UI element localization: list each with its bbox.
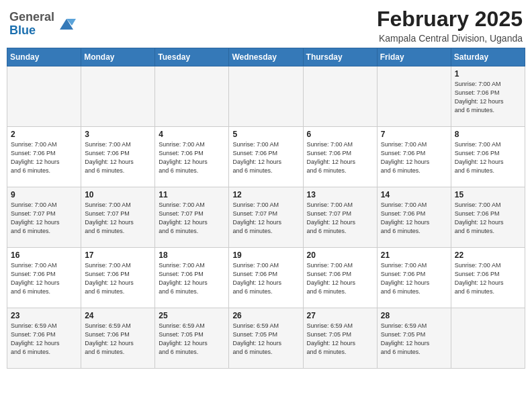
day-number: 7 [381,130,447,139]
logo-icon [57,13,76,32]
calendar-day-cell: 23Sunrise: 6:59 AM Sunset: 7:06 PM Dayli… [7,308,81,369]
calendar-day-cell: 16Sunrise: 7:00 AM Sunset: 7:06 PM Dayli… [7,248,81,308]
calendar-week-4: 16Sunrise: 7:00 AM Sunset: 7:06 PM Dayli… [7,248,525,308]
weekday-header-tuesday: Tuesday [155,48,229,66]
day-number: 17 [85,250,151,260]
calendar-day-cell: 28Sunrise: 6:59 AM Sunset: 7:05 PM Dayli… [377,308,451,369]
day-info: Sunrise: 7:00 AM Sunset: 7:06 PM Dayligh… [159,261,225,296]
calendar-day-cell: 24Sunrise: 6:59 AM Sunset: 7:06 PM Dayli… [81,308,155,369]
day-info: Sunrise: 7:00 AM Sunset: 7:06 PM Dayligh… [11,140,77,175]
day-number: 26 [232,311,299,320]
title-block: February 2025 Kampala Central Division, … [377,7,523,44]
day-number: 5 [232,130,299,139]
day-number: 22 [455,250,521,260]
calendar-day-cell: 9Sunrise: 7:00 AM Sunset: 7:07 PM Daylig… [7,187,81,248]
weekday-header-friday: Friday [377,48,451,66]
calendar-day-cell: 13Sunrise: 7:00 AM Sunset: 7:07 PM Dayli… [303,187,377,248]
calendar-week-1: 1Sunrise: 7:00 AM Sunset: 7:06 PM Daylig… [7,66,525,127]
day-number: 6 [307,130,373,139]
calendar-day-cell: 21Sunrise: 7:00 AM Sunset: 7:06 PM Dayli… [377,248,451,308]
day-info: Sunrise: 7:00 AM Sunset: 7:06 PM Dayligh… [381,201,447,236]
day-info: Sunrise: 7:00 AM Sunset: 7:07 PM Dayligh… [11,201,77,236]
day-number: 21 [381,250,447,260]
day-number: 28 [381,311,447,320]
calendar-day-cell: 2Sunrise: 7:00 AM Sunset: 7:06 PM Daylig… [7,127,81,187]
day-info: Sunrise: 7:00 AM Sunset: 7:06 PM Dayligh… [232,261,299,296]
day-number: 2 [11,130,77,139]
calendar-week-2: 2Sunrise: 7:00 AM Sunset: 7:06 PM Daylig… [7,127,525,187]
day-number: 3 [85,130,151,139]
day-info: Sunrise: 7:00 AM Sunset: 7:07 PM Dayligh… [85,201,151,236]
logo: General Blue [9,11,76,38]
day-number: 16 [11,250,77,260]
calendar-day-cell: 14Sunrise: 7:00 AM Sunset: 7:06 PM Dayli… [377,187,451,248]
day-info: Sunrise: 6:59 AM Sunset: 7:06 PM Dayligh… [11,322,77,357]
calendar-day-cell [155,66,229,127]
calendar-day-cell: 3Sunrise: 7:00 AM Sunset: 7:06 PM Daylig… [81,127,155,187]
day-info: Sunrise: 7:00 AM Sunset: 7:06 PM Dayligh… [232,140,299,175]
logo-text: General Blue [9,11,54,38]
calendar-day-cell: 12Sunrise: 7:00 AM Sunset: 7:07 PM Dayli… [229,187,303,248]
day-number: 23 [11,311,77,320]
day-info: Sunrise: 7:00 AM Sunset: 7:07 PM Dayligh… [159,201,225,236]
day-info: Sunrise: 7:00 AM Sunset: 7:06 PM Dayligh… [85,140,151,175]
calendar-day-cell: 26Sunrise: 6:59 AM Sunset: 7:05 PM Dayli… [229,308,303,369]
day-info: Sunrise: 7:00 AM Sunset: 7:06 PM Dayligh… [85,261,151,296]
day-info: Sunrise: 6:59 AM Sunset: 7:05 PM Dayligh… [307,322,373,357]
day-number: 13 [307,190,373,199]
day-number: 1 [455,69,521,79]
location: Kampala Central Division, Uganda [377,33,523,44]
day-info: Sunrise: 7:00 AM Sunset: 7:06 PM Dayligh… [455,201,521,236]
weekday-header-row: SundayMondayTuesdayWednesdayThursdayFrid… [7,48,525,66]
day-number: 19 [232,250,299,260]
day-info: Sunrise: 7:00 AM Sunset: 7:06 PM Dayligh… [455,80,521,115]
weekday-header-thursday: Thursday [303,48,377,66]
day-info: Sunrise: 7:00 AM Sunset: 7:06 PM Dayligh… [307,261,373,296]
day-info: Sunrise: 6:59 AM Sunset: 7:06 PM Dayligh… [85,322,151,357]
calendar-day-cell: 27Sunrise: 6:59 AM Sunset: 7:05 PM Dayli… [303,308,377,369]
weekday-header-saturday: Saturday [451,48,525,66]
calendar-day-cell [377,66,451,127]
day-number: 18 [159,250,225,260]
day-number: 11 [159,190,225,199]
calendar-week-5: 23Sunrise: 6:59 AM Sunset: 7:06 PM Dayli… [7,308,525,369]
calendar-day-cell [7,66,81,127]
calendar-day-cell: 8Sunrise: 7:00 AM Sunset: 7:06 PM Daylig… [451,127,525,187]
page-header: General Blue February 2025 Kampala Centr… [7,7,525,44]
calendar-day-cell: 25Sunrise: 6:59 AM Sunset: 7:05 PM Dayli… [155,308,229,369]
day-number: 20 [307,250,373,260]
calendar-day-cell [229,66,303,127]
calendar-day-cell: 11Sunrise: 7:00 AM Sunset: 7:07 PM Dayli… [155,187,229,248]
day-number: 15 [455,190,521,199]
day-number: 10 [85,190,151,199]
day-info: Sunrise: 7:00 AM Sunset: 7:06 PM Dayligh… [381,261,447,296]
logo-general: General [9,11,54,24]
day-number: 4 [159,130,225,139]
day-info: Sunrise: 7:00 AM Sunset: 7:06 PM Dayligh… [455,261,521,296]
day-number: 12 [232,190,299,199]
day-number: 27 [307,311,373,320]
day-number: 25 [159,311,225,320]
day-info: Sunrise: 7:00 AM Sunset: 7:06 PM Dayligh… [381,140,447,175]
weekday-header-sunday: Sunday [7,48,81,66]
calendar-day-cell [81,66,155,127]
day-info: Sunrise: 6:59 AM Sunset: 7:05 PM Dayligh… [232,322,299,357]
day-info: Sunrise: 6:59 AM Sunset: 7:05 PM Dayligh… [381,322,447,357]
day-number: 8 [455,130,521,139]
calendar-day-cell: 17Sunrise: 7:00 AM Sunset: 7:06 PM Dayli… [81,248,155,308]
calendar-day-cell: 19Sunrise: 7:00 AM Sunset: 7:06 PM Dayli… [229,248,303,308]
calendar-day-cell [451,308,525,369]
calendar-table: SundayMondayTuesdayWednesdayThursdayFrid… [7,48,525,369]
calendar-day-cell [303,66,377,127]
day-info: Sunrise: 7:00 AM Sunset: 7:07 PM Dayligh… [232,201,299,236]
logo-blue: Blue [9,24,54,38]
calendar-day-cell: 20Sunrise: 7:00 AM Sunset: 7:06 PM Dayli… [303,248,377,308]
calendar-day-cell: 22Sunrise: 7:00 AM Sunset: 7:06 PM Dayli… [451,248,525,308]
calendar-day-cell: 10Sunrise: 7:00 AM Sunset: 7:07 PM Dayli… [81,187,155,248]
day-info: Sunrise: 7:00 AM Sunset: 7:06 PM Dayligh… [11,261,77,296]
day-info: Sunrise: 6:59 AM Sunset: 7:05 PM Dayligh… [159,322,225,357]
day-info: Sunrise: 7:00 AM Sunset: 7:06 PM Dayligh… [455,140,521,175]
calendar-day-cell: 4Sunrise: 7:00 AM Sunset: 7:06 PM Daylig… [155,127,229,187]
calendar-day-cell: 7Sunrise: 7:00 AM Sunset: 7:06 PM Daylig… [377,127,451,187]
day-info: Sunrise: 7:00 AM Sunset: 7:07 PM Dayligh… [307,201,373,236]
